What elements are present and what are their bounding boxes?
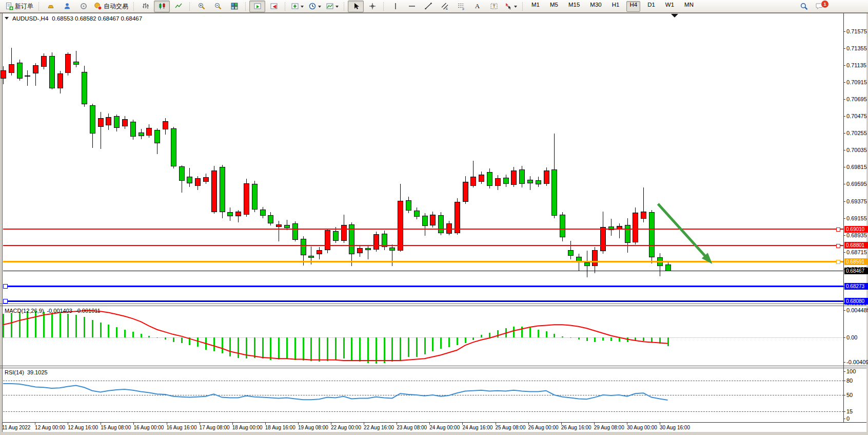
timeframe-M5[interactable]: M5 (547, 1, 561, 12)
candlestick (584, 262, 590, 266)
panel-splitter[interactable] (0, 366, 866, 366)
chart-shift-button[interactable] (266, 1, 282, 12)
time-axis-label: 15 Aug 08:00 (101, 425, 131, 430)
candlestick (187, 177, 192, 183)
horizontal-line-object[interactable] (3, 245, 843, 246)
new-order-button[interactable]: 新订单 (3, 1, 35, 12)
macd-histogram-bar (262, 337, 264, 358)
market-watch-button[interactable] (75, 1, 91, 12)
cursor-tool-button[interactable] (348, 1, 364, 12)
candlestick (82, 72, 87, 104)
fibonacci-tool[interactable]: F (453, 1, 469, 12)
price-axis-label: 0.70915 (846, 79, 867, 85)
price-line-badge: 0.68273 (844, 283, 868, 290)
timeframe-M15[interactable]: M15 (565, 1, 583, 12)
tile-windows-icon (230, 2, 239, 10)
line-handle[interactable] (3, 284, 8, 289)
periods-dropdown[interactable] (318, 6, 321, 9)
indicators-dropdown[interactable] (301, 6, 304, 9)
chart-menu-icon[interactable] (5, 17, 9, 22)
horizontal-line-object[interactable] (3, 261, 843, 262)
axis-tick (843, 371, 845, 372)
horizontal-line-tool[interactable] (404, 1, 420, 12)
crosshair-tool-button[interactable] (364, 1, 380, 12)
candlestick (90, 105, 95, 134)
macd-histogram-bar (116, 327, 117, 337)
vertical-line-tool[interactable] (387, 1, 403, 12)
timeframe-H4[interactable]: H4 (626, 1, 640, 12)
indicators-button[interactable] (289, 1, 306, 12)
price-line-badge: 0.68801 (844, 242, 868, 249)
horizontal-line-object[interactable] (3, 271, 843, 271)
time-axis-label: 29 Aug 08:00 (594, 425, 624, 430)
equidistant-channel-tool[interactable]: E (437, 1, 452, 12)
chart-window-top-border (0, 13, 868, 13)
text-icon: A (475, 2, 480, 10)
timeframe-D1[interactable]: D1 (644, 1, 658, 12)
templates-dropdown[interactable] (336, 6, 339, 9)
line-chart-button[interactable] (170, 1, 186, 12)
trend-arrow-line[interactable] (658, 204, 707, 258)
text-label-tool[interactable]: T (486, 1, 502, 12)
timeframe-H1[interactable]: H1 (609, 1, 623, 12)
candlestick (357, 248, 363, 253)
panel-splitter[interactable] (0, 304, 866, 304)
candlestick (389, 248, 395, 251)
line-chart-icon (174, 2, 183, 10)
periods-button[interactable] (306, 1, 323, 12)
trendline-tool[interactable] (420, 1, 436, 12)
time-axis-label: 26 Aug 16:00 (561, 425, 591, 430)
window-bottom-margin (0, 432, 868, 435)
price-axis-label: 0.71575 (846, 28, 867, 34)
macd-histogram-bar (627, 337, 628, 342)
macd-histogram-bar (124, 330, 126, 337)
tile-windows-button[interactable] (226, 1, 242, 12)
auto-trading-button[interactable]: 自动交易 (92, 1, 130, 12)
horizontal-line-icon (408, 2, 416, 10)
candlestick-chart-icon (158, 2, 166, 10)
arrow-objects-dropdown[interactable] (514, 6, 517, 9)
bar-chart-button[interactable] (137, 1, 153, 12)
zoom-in-button[interactable] (193, 1, 209, 12)
quotes-button[interactable] (43, 1, 58, 12)
zoom-out-button[interactable] (210, 1, 226, 12)
arrow-objects-tool[interactable] (502, 1, 519, 12)
text-tool[interactable]: A (469, 1, 485, 12)
macd-histogram-bar (254, 337, 255, 358)
navigator-button[interactable] (59, 1, 75, 12)
time-axis-label: 17 Aug 08:00 (200, 425, 230, 430)
price-axis-label: 0.71135 (846, 62, 866, 68)
auto-trading-icon (94, 2, 102, 10)
chart-shift-marker-icon[interactable] (671, 14, 678, 21)
auto-scroll-button[interactable] (249, 1, 265, 12)
panel-splitter[interactable] (0, 368, 866, 368)
timeframe-MN[interactable]: MN (681, 1, 697, 12)
search-icon[interactable] (800, 2, 808, 11)
horizontal-line-object[interactable] (3, 229, 843, 230)
candlestick (220, 167, 225, 212)
bar-chart-icon (142, 2, 150, 10)
candlestick-chart-button[interactable] (154, 1, 170, 12)
panel-splitter[interactable] (0, 306, 866, 306)
price-axis-label: 0.69155 (846, 215, 867, 221)
horizontal-line-object[interactable] (3, 300, 843, 302)
line-handle[interactable] (836, 244, 840, 248)
macd-histogram-bar (319, 337, 320, 362)
macd-histogram-bar (303, 337, 304, 361)
candlestick (317, 250, 322, 254)
macd-histogram-bar (197, 337, 199, 347)
line-handle[interactable] (836, 260, 840, 264)
candlestick (600, 227, 606, 251)
chat-button[interactable]: 1 (815, 2, 824, 10)
candlestick (49, 56, 55, 88)
timeframe-W1[interactable]: W1 (662, 1, 677, 12)
templates-button[interactable] (324, 1, 341, 12)
timeframe-M30[interactable]: M30 (587, 1, 604, 12)
line-handle[interactable] (3, 299, 8, 304)
macd-histogram-bar (594, 337, 596, 342)
line-handle[interactable] (836, 228, 840, 232)
candlestick (333, 231, 339, 241)
timeframe-M1[interactable]: M1 (528, 1, 543, 12)
horizontal-line-object[interactable] (3, 286, 843, 287)
candlestick (511, 171, 517, 185)
